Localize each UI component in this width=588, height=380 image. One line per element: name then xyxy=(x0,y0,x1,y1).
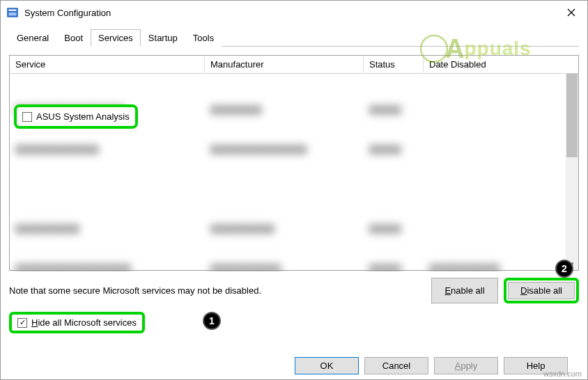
blurred-rows: ▓▓▓▓▓▓▓▓▓▓▓▓▓▓▓▓▓▓▓▓▓▓▓▓▓▓▓▓▓▓ ▓▓▓▓▓▓▓▓▓… xyxy=(10,74,578,271)
service-label: ASUS System Analysis xyxy=(36,111,130,122)
step-badge-2: 2 xyxy=(555,260,573,278)
service-checkbox[interactable] xyxy=(22,112,32,122)
disable-all-highlight: 2 Disable all xyxy=(504,278,579,303)
scrollbar-thumb[interactable] xyxy=(566,74,578,157)
tab-services[interactable]: Services xyxy=(91,29,141,47)
msconfig-icon xyxy=(6,6,19,19)
svg-rect-2 xyxy=(8,13,16,16)
column-status[interactable]: Status xyxy=(364,56,424,72)
tabs-container: General Boot Services Startup Tools xyxy=(1,24,587,47)
services-table: Service Manufacturer Status Date Disable… xyxy=(9,55,579,271)
hide-microsoft-checkbox[interactable]: ✓ xyxy=(17,318,27,328)
tab-startup[interactable]: Startup xyxy=(141,29,185,47)
note-row: Note that some secure Microsoft services… xyxy=(9,278,579,303)
content-area: Service Manufacturer Status Date Disable… xyxy=(1,47,587,380)
close-button[interactable] xyxy=(555,1,587,24)
system-configuration-window: System Configuration General Boot Servic… xyxy=(0,0,588,380)
titlebar: System Configuration xyxy=(1,1,587,24)
enable-all-button[interactable]: Enable all xyxy=(431,278,498,303)
column-manufacturer[interactable]: Manufacturer xyxy=(205,56,364,72)
tab-tools[interactable]: Tools xyxy=(185,29,222,47)
table-header: Service Manufacturer Status Date Disable… xyxy=(10,56,578,74)
column-service[interactable]: Service xyxy=(10,56,205,72)
service-highlight-asus: ASUS System Analysis xyxy=(14,104,138,129)
scrollbar-vertical[interactable]: ▾ xyxy=(566,74,578,270)
hide-row: ✓ Hide all Microsoft services 1 xyxy=(9,312,579,333)
tabs: General Boot Services Startup Tools xyxy=(9,29,579,47)
apply-button[interactable]: Apply xyxy=(434,357,498,374)
tab-boot[interactable]: Boot xyxy=(56,29,91,47)
dialog-buttons: OK Cancel Apply Help xyxy=(9,350,579,380)
step-badge-1: 1 xyxy=(203,312,221,330)
footer-source: wsxdn.com xyxy=(543,370,582,378)
enable-disable-buttons: Enable all 2 Disable all xyxy=(431,278,579,303)
ok-button[interactable]: OK xyxy=(295,357,359,374)
hide-microsoft-label: Hide all Microsoft services xyxy=(31,317,137,328)
tab-general[interactable]: General xyxy=(9,29,56,47)
cancel-button[interactable]: Cancel xyxy=(364,357,428,374)
note-text: Note that some secure Microsoft services… xyxy=(9,285,261,296)
table-body: ▓▓▓▓▓▓▓▓▓▓▓▓▓▓▓▓▓▓▓▓▓▓▓▓▓▓▓▓▓▓ ▓▓▓▓▓▓▓▓▓… xyxy=(10,74,578,271)
hide-checkbox-highlight: ✓ Hide all Microsoft services xyxy=(9,312,145,333)
column-date-disabled[interactable]: Date Disabled xyxy=(424,56,535,72)
svg-rect-1 xyxy=(8,10,16,11)
window-title: System Configuration xyxy=(24,8,111,18)
disable-all-button[interactable]: Disable all xyxy=(508,282,575,299)
